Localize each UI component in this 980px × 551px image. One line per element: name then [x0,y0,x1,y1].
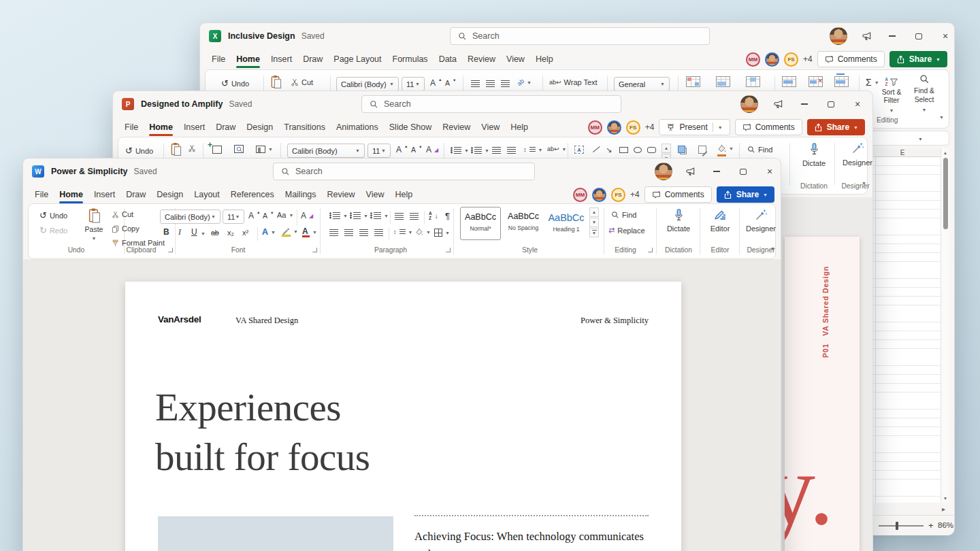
ppt-tab-home[interactable]: Home [144,117,178,137]
align-left-button[interactable] [329,229,338,236]
presence-overflow-count[interactable]: +4 [645,122,655,132]
font-color-button[interactable]: A▼ [302,227,317,237]
presence-avatar-photo[interactable] [765,52,779,67]
subscript-button[interactable]: x₂ [227,229,234,237]
minimize-button[interactable] [793,91,816,117]
insert-cells-button[interactable] [782,76,796,87]
ppt-tab-insert[interactable]: Insert [178,117,210,137]
decrease-indent-button[interactable] [395,213,404,220]
align-bottom-button[interactable] [501,80,510,87]
close-button[interactable]: × [934,23,957,49]
maximize-button[interactable] [732,158,755,184]
excel-font-name-select[interactable]: Calibri (Body)▼ [336,77,399,91]
multilevel-list-button[interactable]: ▼ [370,212,389,219]
ribbon-collapse-chevron[interactable]: ▼ [770,246,775,251]
text-box-button[interactable]: A [574,146,584,154]
line-spacing-button[interactable]: ↕▼ [523,146,542,153]
word-tab-design[interactable]: Design [151,184,189,204]
underline-options-chevron[interactable]: ▼ [201,231,206,236]
excel-tab-draw[interactable]: Draw [297,49,328,69]
change-case-button[interactable]: Aa▼ [277,211,293,219]
ppt-tab-draw[interactable]: Draw [210,117,241,137]
grow-font-button[interactable]: A▲ [248,211,260,220]
clear-formatting-button[interactable]: A◢ [301,211,313,220]
presence-avatar-photo[interactable] [592,188,606,202]
word-tab-file[interactable]: File [29,184,54,204]
ppt-tab-view[interactable]: View [476,117,505,137]
increase-indent-button[interactable] [507,147,516,154]
designer-button[interactable]: Designer [742,209,780,233]
ppt-tab-review[interactable]: Review [437,117,476,137]
wrap-text-button[interactable]: ab↩▼ [547,146,567,152]
ppt-dictate-button[interactable]: Dictate [796,141,832,167]
dictate-button[interactable]: Dictate [660,207,697,233]
presence-avatar-mm[interactable]: MM [573,188,587,202]
minimize-button[interactable] [881,23,904,49]
style-heading-1[interactable]: AaBbCc Heading 1 [546,207,587,240]
editing-dialog-launcher[interactable] [648,248,653,252]
orientation-button[interactable]: ab▼ [517,79,532,86]
powerpoint-slide[interactable]: P01 VA Shared Design fy. [785,237,860,551]
zoom-slider-handle[interactable] [896,522,898,530]
sort-filter-button[interactable]: AZ Sort & Filter ▼ [877,74,906,114]
ribbon-collapse-chevron[interactable]: ▼ [939,115,944,120]
powerpoint-titlebar-avatar[interactable] [740,95,758,113]
ppt-font-size-select[interactable]: 11▼ [368,144,391,158]
presence-avatar-fs[interactable]: FS [611,188,625,202]
ppt-designer-button[interactable]: Designer [838,141,877,167]
comments-button[interactable]: Comments [817,51,885,67]
zoom-slider-track[interactable] [879,525,924,527]
scroll-right-arrow[interactable]: ▶ [942,507,945,512]
word-tab-references[interactable]: References [225,184,280,204]
presence-overflow-count[interactable]: +4 [630,190,640,199]
excel-undo-button[interactable]: ↺Undo [221,78,249,88]
line-spacing-button[interactable]: ↕▼ [393,229,412,235]
shape-rounded-rectangle[interactable] [647,147,656,153]
present-button[interactable]: Present ▼ [659,119,730,135]
shading-button[interactable]: ▼ [415,228,431,236]
excel-tab-home[interactable]: Home [231,49,265,69]
align-right-button[interactable] [359,229,368,236]
numbering-button[interactable]: ▼ [471,147,489,154]
grow-font-button[interactable]: A▲ [430,78,442,88]
word-tab-insert[interactable]: Insert [88,184,120,204]
align-center-button[interactable] [344,229,353,236]
word-redo-button[interactable]: ↻Redo [39,225,67,235]
excel-column-header-e[interactable]: E [892,149,913,156]
new-slide-button[interactable] [212,146,222,154]
quick-styles-button[interactable] [698,146,706,154]
reuse-slides-button[interactable] [234,145,244,153]
word-tab-mailings[interactable]: Mailings [280,184,322,204]
italic-button[interactable]: I [178,227,181,237]
style-no-spacing[interactable]: AaBbCc No Spacing [503,207,544,240]
format-cells-button[interactable] [834,76,849,87]
clear-formatting-button[interactable]: A◢ [426,145,438,154]
word-font-size-select[interactable]: 11▼ [223,210,244,224]
numbering-button[interactable]: ▼ [350,212,368,219]
decrease-indent-button[interactable] [492,147,501,154]
word-tab-help[interactable]: Help [389,184,418,204]
font-dialog-launcher[interactable] [312,248,317,252]
share-button[interactable]: Share ▼ [717,186,774,203]
replace-button[interactable]: ⇄Replace [608,226,645,235]
powerpoint-search-input[interactable]: Search [361,95,621,113]
number-format-select[interactable]: General▼ [614,77,670,91]
excel-tab-help[interactable]: Help [530,49,559,69]
shape-rectangle[interactable] [619,147,628,153]
find-select-button[interactable]: Find & Select ▼ [909,74,939,113]
style-gallery-more[interactable]: ▼ [589,228,599,237]
text-effects-button[interactable]: A▼ [262,227,276,237]
ppt-find-button[interactable]: Find [747,146,772,154]
excel-tab-page-layout[interactable]: Page Layout [328,49,387,69]
presence-avatar-mm[interactable]: MM [588,120,602,135]
ppt-tab-animations[interactable]: Animations [331,117,384,137]
shape-arrow[interactable]: ↘ [606,146,612,154]
style-normal[interactable]: AaBbCc Normal* [460,207,501,240]
minimize-button[interactable] [705,158,728,184]
ribbon-collapse-chevron[interactable]: ▼ [862,181,866,186]
strikethrough-button[interactable]: ab [211,229,219,237]
word-tab-home[interactable]: Home [54,184,88,204]
wrap-text-button[interactable]: ab↩Wrap Text [549,78,598,86]
word-tab-view[interactable]: View [361,184,390,204]
feedback-megaphone-icon[interactable] [855,23,878,49]
